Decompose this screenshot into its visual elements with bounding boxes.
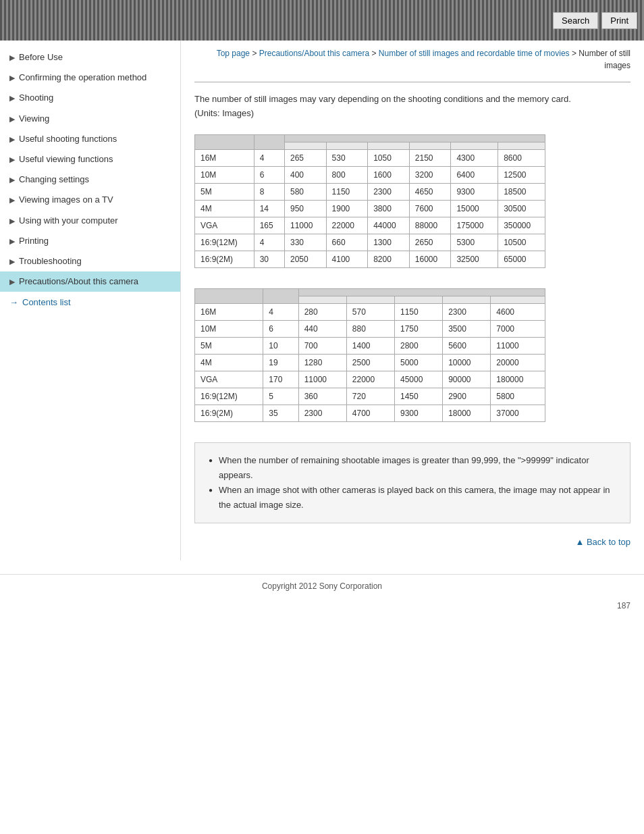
table-cell: 700 <box>298 337 346 354</box>
table-cell: 5800 <box>491 388 545 405</box>
table-cell: 4M <box>195 354 263 371</box>
table-cell: 440 <box>298 320 346 337</box>
table-cell: 16M <box>195 303 263 320</box>
sidebar-item-changing-settings[interactable]: ▶ Changing settings <box>0 170 180 190</box>
table-cell: 5600 <box>443 337 491 354</box>
breadcrumb-current: Number of still images <box>579 49 630 70</box>
sidebar-label: Confirming the operation method <box>19 72 173 84</box>
table1: 16M4265530105021504300860010M64008001600… <box>194 134 545 268</box>
table-cell: 7000 <box>491 320 545 337</box>
table-cell: 9300 <box>451 183 498 200</box>
table1-subheader-5 <box>451 142 498 149</box>
breadcrumb-sep3: > <box>572 49 579 58</box>
arrow-right-icon: → <box>9 297 18 307</box>
table-cell: 580 <box>284 183 326 200</box>
table-cell: 4 <box>254 234 284 251</box>
table-cell: VGA <box>195 217 254 234</box>
table-cell: 2900 <box>443 388 491 405</box>
arrow-icon: ▶ <box>9 216 15 226</box>
table-cell: 11000 <box>298 371 346 388</box>
table2-subheader-5 <box>491 296 545 303</box>
table-cell: 44000 <box>368 217 410 234</box>
print-button[interactable]: Print <box>601 12 637 29</box>
breadcrumb-precautions[interactable]: Precautions/About this camera <box>259 49 369 58</box>
table-cell: 165 <box>254 217 284 234</box>
table-cell: 175000 <box>451 217 498 234</box>
table-cell: 35 <box>263 405 298 421</box>
table-cell: 1050 <box>368 149 410 166</box>
table-row: 16:9(12M)433066013002650530010500 <box>195 234 545 251</box>
table-row: 10M640080016003200640012500 <box>195 166 545 183</box>
table-cell: 400 <box>284 166 326 183</box>
search-button[interactable]: Search <box>553 12 598 29</box>
table-row: 16:9(12M)5360720145029005800 <box>195 388 545 405</box>
table-cell: 16:9(12M) <box>195 388 263 405</box>
table-cell: 950 <box>284 200 326 217</box>
table-cell: 16:9(12M) <box>195 234 254 251</box>
contents-list-label: Contents list <box>22 297 71 307</box>
sidebar-item-useful-shooting[interactable]: ▶ Useful shooting functions <box>0 129 180 149</box>
table-cell: 8200 <box>368 251 410 267</box>
sidebar-item-confirming[interactable]: ▶ Confirming the operation method <box>0 68 180 88</box>
table-cell: 660 <box>326 234 368 251</box>
back-to-top[interactable]: ▲ Back to top <box>194 537 630 547</box>
table-cell: 1600 <box>368 166 410 183</box>
arrow-icon: ▶ <box>9 175 15 185</box>
table-cell: 4 <box>254 149 284 166</box>
table-cell: 4 <box>263 303 298 320</box>
breadcrumb-sep1: > <box>252 49 259 58</box>
table2-subheader-1 <box>298 296 346 303</box>
arrow-icon: ▶ <box>9 257 15 267</box>
sidebar-label: Viewing <box>19 113 173 125</box>
table1-header-size <box>195 134 254 149</box>
table-cell: 18500 <box>498 183 545 200</box>
table-cell: 9300 <box>394 405 442 421</box>
table-cell: 2500 <box>346 354 394 371</box>
footer: Copyright 2012 Sony Corporation <box>0 574 644 598</box>
arrow-icon: ▶ <box>9 277 15 287</box>
sidebar-item-precautions[interactable]: ▶ Precautions/About this camera <box>0 271 180 292</box>
arrow-icon: ▶ <box>9 73 15 83</box>
table-row: 4M149501900380076001500030500 <box>195 200 545 217</box>
table-cell: 30 <box>254 251 284 267</box>
table-cell: 1280 <box>298 354 346 371</box>
sidebar-item-viewing-tv[interactable]: ▶ Viewing images on a TV <box>0 190 180 210</box>
sidebar-item-useful-viewing[interactable]: ▶ Useful viewing functions <box>0 149 180 170</box>
sidebar-item-using-computer[interactable]: ▶ Using with your computer <box>0 211 180 231</box>
breadcrumb-top-page[interactable]: Top page <box>217 49 250 58</box>
back-to-top-link[interactable]: ▲ Back to top <box>575 537 630 547</box>
table-cell: 1750 <box>394 320 442 337</box>
sidebar-label: Using with your computer <box>19 215 173 227</box>
table-cell: 2150 <box>409 149 451 166</box>
table-cell: 280 <box>298 303 346 320</box>
sidebar: ▶ Before Use ▶ Confirming the operation … <box>0 41 181 561</box>
table-cell: 2650 <box>409 234 451 251</box>
sidebar-item-shooting[interactable]: ▶ Shooting <box>0 88 180 108</box>
sidebar-item-before-use[interactable]: ▶ Before Use <box>0 47 180 68</box>
sidebar-item-printing[interactable]: ▶ Printing <box>0 231 180 251</box>
sidebar-label: Printing <box>19 235 173 247</box>
arrow-icon: ▶ <box>9 114 15 124</box>
table-cell: 15000 <box>451 200 498 217</box>
description: The number of still images may vary depe… <box>194 93 630 121</box>
table-row: VGA17011000220004500090000180000 <box>195 371 545 388</box>
table1-container: 16M4265530105021504300860010M64008001600… <box>194 134 630 268</box>
table-cell: 30500 <box>498 200 545 217</box>
table-cell: 16000 <box>409 251 451 267</box>
list-item: When an image shot with other cameras is… <box>209 483 616 513</box>
arrow-icon: ▶ <box>9 236 15 246</box>
table-cell: 2050 <box>284 251 326 267</box>
table-cell: 20000 <box>491 354 545 371</box>
contents-list-link[interactable]: → Contents list <box>0 292 180 313</box>
table-cell: 5000 <box>394 354 442 371</box>
table-cell: 10000 <box>443 354 491 371</box>
sidebar-label: Useful shooting functions <box>19 133 173 145</box>
table-cell: 3200 <box>409 166 451 183</box>
table-cell: 1300 <box>368 234 410 251</box>
table-cell: 12500 <box>498 166 545 183</box>
breadcrumb-number-recordable[interactable]: Number of still images and recordable ti… <box>379 49 570 58</box>
table-cell: 350000 <box>498 217 545 234</box>
sidebar-item-troubleshooting[interactable]: ▶ Troubleshooting <box>0 251 180 271</box>
sidebar-item-viewing[interactable]: ▶ Viewing <box>0 109 180 129</box>
table-cell: 10M <box>195 320 263 337</box>
